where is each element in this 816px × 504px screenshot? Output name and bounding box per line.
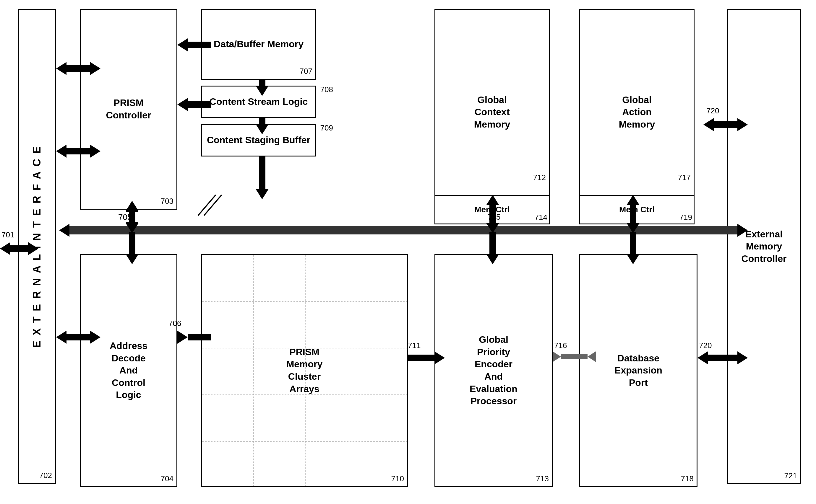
arrow-bus-down-addr <box>126 232 138 264</box>
arrow-ext-to-prism-lower <box>56 145 100 158</box>
arrowhead-down-icon <box>126 222 138 232</box>
arrowhead-up-icon <box>126 202 138 212</box>
arrow-bus-down-db <box>627 232 640 264</box>
arrow-ext-to-addr <box>56 331 100 344</box>
arrowhead-right-icon <box>177 331 188 344</box>
arrow-line <box>714 121 737 128</box>
data-buffer-ref: 707 <box>300 67 312 76</box>
arrowhead-right-icon <box>737 118 748 131</box>
arrowhead-down-icon <box>627 254 640 264</box>
global-priority-block: GlobalPriorityEncoderAndEvaluationProces… <box>434 254 553 487</box>
label-715: 715 <box>488 213 500 222</box>
arrowhead-down-icon <box>256 124 269 134</box>
ext-memory-ctrl-ref: 721 <box>784 471 797 480</box>
arrow-line <box>66 65 90 72</box>
arrow-ext-to-prism-upper <box>56 62 100 75</box>
arrowhead-down-icon <box>486 254 499 264</box>
arrow-v-line <box>129 212 135 222</box>
arrow-bus-down-priority <box>486 232 499 264</box>
arrow-prism-to-stream <box>177 98 211 111</box>
arrowhead-down-icon <box>486 223 499 233</box>
global-context-block: GlobalContextMemory 712 <box>434 9 550 216</box>
arrowhead-left-icon <box>698 351 708 364</box>
global-context-label: GlobalContextMemory <box>474 94 510 131</box>
arrowhead-left-icon <box>703 118 714 131</box>
global-action-label: GlobalActionMemory <box>619 94 655 131</box>
arrowhead-down-icon <box>256 86 269 96</box>
arrowhead-right-icon <box>737 351 748 364</box>
arrowhead-left-icon <box>56 62 66 75</box>
arrow-v-line <box>259 80 266 86</box>
prism-controller-label: PRISMController <box>106 97 151 121</box>
arrow-line <box>66 334 90 340</box>
arrow-line <box>188 101 211 108</box>
arrow-prism-bus-bidir <box>126 202 138 232</box>
ext-memory-ctrl-block: ExternalMemoryController 721 <box>727 9 801 484</box>
arrow-staging-down <box>256 156 269 199</box>
prism-controller-block: PRISMController 703 <box>80 9 177 210</box>
content-stream-label: Content Stream Logic <box>210 96 308 108</box>
data-buffer-label: Data/Buffer Memory <box>214 38 304 50</box>
arrowhead-left-icon <box>56 331 66 344</box>
arrow-bus-to-action-mem <box>627 195 640 233</box>
arrow-priority-to-db <box>553 351 596 362</box>
arrow-addr-to-prism-mem <box>177 331 211 344</box>
arrowhead-left-icon <box>177 38 188 51</box>
main-bus-705 <box>59 224 748 237</box>
arrowhead-right-icon <box>90 145 100 158</box>
arrow-line <box>66 148 90 154</box>
db-expansion-label: DatabaseExpansionPort <box>615 352 662 389</box>
ext-interface-ref: 702 <box>39 471 52 480</box>
arrow-line <box>708 355 737 361</box>
arrowhead-down-icon <box>627 223 640 233</box>
arrowhead-right-icon <box>90 331 100 344</box>
arrowhead-left-icon <box>56 145 66 158</box>
global-context-ref: 712 <box>533 173 546 182</box>
arrow-ext-mem-ctrl-top <box>703 118 748 131</box>
global-priority-ref: 713 <box>536 474 549 483</box>
mem-ctrl-1-ref: 714 <box>535 213 547 222</box>
content-stream-ref: 708 <box>320 85 333 94</box>
arrow-v-line <box>489 232 496 254</box>
arrow-v-line <box>630 232 636 254</box>
label-720-top: 720 <box>706 106 719 115</box>
global-action-ref: 717 <box>678 173 691 182</box>
ext-arrow-701 <box>0 242 38 255</box>
small-arrow-line <box>561 354 587 359</box>
arrow-prism-to-databuf <box>177 38 211 51</box>
ext-memory-ctrl-label: ExternalMemoryController <box>742 228 787 265</box>
arrowhead-right-icon <box>90 62 100 75</box>
architecture-diagram: E X T E R N A L I N T E R F A C E 702 PR… <box>0 0 816 504</box>
arrowhead-up-icon <box>486 195 499 205</box>
arrowhead-left-icon <box>59 224 69 237</box>
content-staging-ref: 709 <box>320 123 333 133</box>
data-buffer-block: Data/Buffer Memory 707 <box>201 9 316 80</box>
arrowhead-up-icon <box>627 195 640 205</box>
global-priority-label: GlobalPriorityEncoderAndEvaluationProces… <box>470 334 517 407</box>
arrow-v-line <box>259 118 266 124</box>
mem-ctrl-2-ref: 719 <box>680 213 692 222</box>
arrow-line <box>408 355 434 361</box>
arrow-v-line <box>129 232 135 254</box>
ext-arrow-line <box>10 245 28 252</box>
arrowhead-left-icon <box>177 98 188 111</box>
prism-ctrl-ref: 703 <box>161 197 173 206</box>
label-716: 716 <box>554 341 567 350</box>
arrowhead-down-icon <box>256 189 269 199</box>
small-arrowhead-left-icon <box>587 351 596 362</box>
addr-decode-ref: 704 <box>161 474 173 483</box>
slash-marks-svg <box>192 192 228 236</box>
prism-memory-block: PRISMMemoryClusterArrays 710 <box>201 254 408 487</box>
prism-memory-ref: 710 <box>391 474 404 483</box>
arrow-v-line <box>630 205 636 223</box>
label-701: 701 <box>1 230 14 239</box>
arrow-prism-mem-to-priority <box>408 351 445 364</box>
label-711: 711 <box>408 341 421 350</box>
address-decode-label: AddressDecodeAndControlLogic <box>110 340 147 401</box>
arrow-line <box>188 334 211 340</box>
arrow-stream-to-staging <box>256 118 269 134</box>
arrow-v-line <box>259 156 266 189</box>
address-decode-block: AddressDecodeAndControlLogic 704 <box>80 254 177 487</box>
label-706: 706 <box>168 319 181 328</box>
small-arrowhead-right-icon <box>553 351 561 362</box>
